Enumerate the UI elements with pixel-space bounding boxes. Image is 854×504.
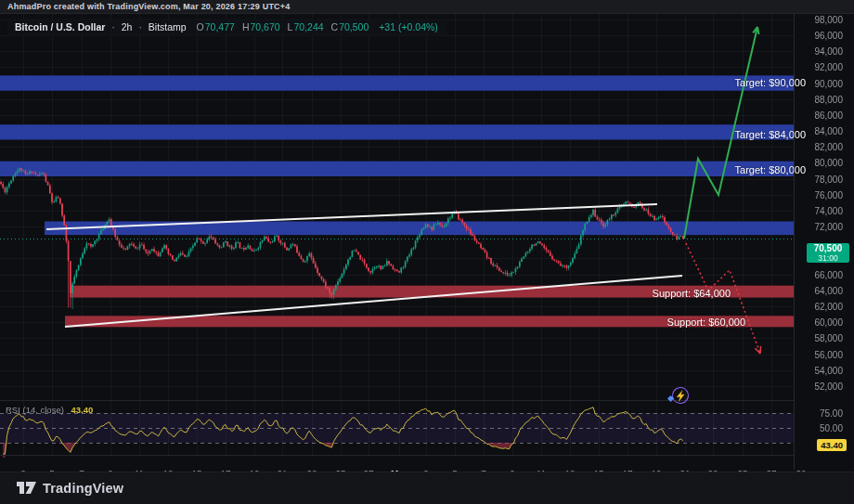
tradingview-chart-window: AhmadPro created with TradingView.com, M… [0,0,854,504]
rsi-legend: RSI (14, close) 43.40 [6,405,93,415]
price-tick-label: 82,000 [814,142,843,152]
current-price-badge: 70,500 31:00 [807,243,849,263]
price-tick-label: 56,000 [814,350,843,360]
tradingview-logo[interactable]: TradingView [17,481,123,496]
ohlc-values: O70,477H70,670L70,244C70,500 [189,21,369,32]
ohlc-key: C [331,21,339,32]
price-tick-label: 66,000 [814,270,843,280]
price-tick-label: 94,000 [814,46,843,57]
price-tick-label: 60,000 [814,317,843,328]
price-tick-label: 86,000 [814,110,843,121]
exchange-label: Bitstamp [149,21,187,32]
price-tick-label: 58,000 [814,333,843,343]
tradingview-logo-icon [17,482,36,495]
price-tick-label: 64,000 [814,286,843,296]
attribution-text: AhmadPro created with TradingView.com, M… [7,2,290,11]
price-tick-label: 88,000 [814,95,843,105]
price-axis[interactable]: 98,00096,00094,00092,00090,00088,00086,0… [794,14,854,470]
symbol-title[interactable]: Bitcoin / U.S. Dollar [15,21,105,32]
zap-icon: ⚡ [674,389,687,401]
price-tick-label: 78,000 [814,174,843,185]
ohlc-value: 70,500 [339,21,369,32]
rsi-params: (14, close) [22,405,63,415]
ohlc-value: 70,244 [293,21,323,32]
price-tick-label: 80,000 [814,158,843,168]
rsi-tick-label: 50.00 [820,423,843,433]
price-tick-label: 76,000 [814,190,843,200]
price-tick-label: 74,000 [814,206,843,216]
ohlc-key: O [197,21,204,32]
ohlc-value: 70,477 [205,21,235,32]
zone-label: Support: $64,000 [653,288,731,299]
price-tick-label: 90,000 [814,79,843,89]
price-tick-label: 54,000 [814,366,843,376]
price-tick-label: 62,000 [814,302,843,312]
rsi-value: 43.40 [71,405,93,415]
footer-bar: TradingView [0,472,854,504]
price-tick-label: 84,000 [814,126,843,136]
price-tick-label: 98,000 [814,15,843,25]
change-label: +31 (+0.04%) [379,21,438,32]
rsi-value-badge: 43.40 [817,439,847,451]
price-tick-label: 96,000 [814,31,843,41]
price-tick-label: 92,000 [814,62,843,72]
zone-label: Support: $60,000 [667,317,745,328]
attribution-bar: AhmadPro created with TradingView.com, M… [0,0,854,14]
interval-label[interactable]: 2h [122,21,133,32]
legend-separator: · [138,21,142,32]
price-tick-label: 52,000 [814,381,843,392]
rsi-tick-label: 75.00 [820,408,843,419]
badge-countdown: 31:00 [807,254,849,262]
ohlc-key: L [288,21,293,32]
price-tick-label: 72,000 [814,222,843,232]
badge-price: 70,500 [807,243,849,254]
tradingview-logo-text: TradingView [43,481,123,496]
symbol-legend: Bitcoin / U.S. Dollar · 2h · Bitstamp O7… [7,19,446,36]
rsi-title[interactable]: RSI [6,405,20,415]
legend-separator: · [111,21,115,32]
ohlc-value: 70,670 [250,21,279,32]
ohlc-key: H [242,21,250,32]
